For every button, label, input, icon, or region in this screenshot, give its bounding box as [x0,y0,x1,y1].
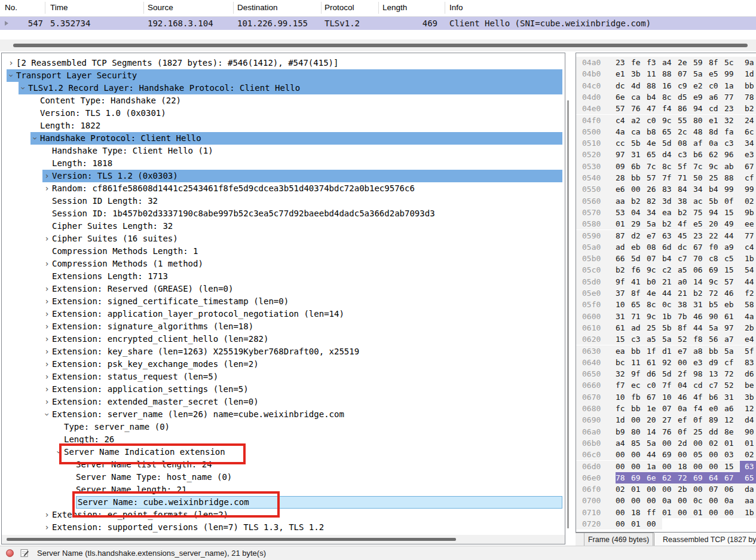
hex-byte[interactable]: 9c [662,115,678,126]
hex-byte[interactable]: 2d [678,437,693,449]
hex-byte[interactable]: ad [616,241,631,253]
column-separator[interactable] [445,2,445,14]
hex-byte[interactable]: 57 [616,103,631,114]
hex-byte[interactable]: 06 [724,484,740,495]
hex-byte[interactable]: 00 [647,495,662,506]
hex-byte[interactable]: 72 [678,472,693,484]
hex-byte[interactable]: e9 [693,91,709,103]
hex-byte[interactable]: 41 [631,276,647,287]
hex-byte[interactable]: 00 [693,461,709,472]
hex-byte[interactable]: 72 [724,368,740,380]
hex-byte[interactable]: 21 [662,276,678,287]
hex-byte[interactable]: c0 [647,115,662,126]
hex-byte[interactable]: 1b [662,311,678,322]
hex-byte[interactable]: a7 [724,333,740,345]
hex-byte[interactable]: bc [616,357,631,368]
hex-byte[interactable]: 07 [678,68,693,79]
expert-info-icon[interactable] [6,549,14,557]
expand-icon[interactable]: › [42,182,51,195]
hex-byte[interactable]: 00 [616,461,631,472]
hex-byte[interactable]: 02 [616,484,631,495]
tree-row[interactable]: ›Extension: supported_versions (len=7) T… [42,521,562,534]
hex-byte[interactable]: 69 [693,472,709,484]
hex-byte[interactable]: 13 [709,368,724,380]
hex-byte[interactable]: 46 [724,287,740,299]
column-header-source[interactable]: Source [148,3,173,12]
hex-byte[interactable]: 8c [662,91,678,103]
tree-row[interactable]: ›Server Name Indication extension [54,446,562,458]
hex-byte[interactable]: 67 [647,391,662,403]
hex-byte[interactable]: 9f [631,368,647,380]
expand-icon[interactable]: › [7,57,16,69]
hex-byte[interactable]: e3 [745,149,756,160]
expand-icon[interactable]: › [42,333,51,345]
hex-byte[interactable]: 90 [709,311,724,322]
hex-byte[interactable]: 06 [693,264,709,276]
hex-byte[interactable]: 88 [647,80,662,91]
hex-byte[interactable]: 67 [745,161,756,172]
hex-byte[interactable]: 00 [724,507,740,518]
hex-byte[interactable]: e5 [693,218,709,229]
hex-byte[interactable]: 99 [724,68,740,79]
hex-byte[interactable]: 99 [724,183,740,195]
hex-byte[interactable]: f6 [631,264,647,276]
hex-byte[interactable]: 9c [709,276,724,287]
hex-byte[interactable]: 49 [724,218,740,229]
hex-byte[interactable]: d1 [662,345,678,357]
hex-byte[interactable]: eb [631,241,647,253]
hex-byte[interactable]: 96 [724,149,740,160]
expand-icon[interactable]: › [42,295,51,308]
hex-byte[interactable]: 62 [709,149,724,160]
tree-row[interactable]: Server Name list length: 24 [66,458,562,471]
tree-row[interactable]: Session ID: 1b457b02d3337190c8abe997b52c… [42,207,562,220]
hex-byte[interactable]: 61 [616,322,631,333]
hex-byte[interactable]: 76 [631,103,647,114]
hex-byte[interactable]: c3 [678,149,693,160]
hex-byte[interactable]: 18 [631,507,647,518]
hex-byte[interactable]: 70 [693,253,709,264]
hex-byte[interactable]: 01 [616,218,631,229]
hex-byte[interactable]: 59 [693,57,709,68]
column-separator[interactable] [143,2,144,14]
hex-byte[interactable]: 5b [709,195,724,207]
hex-byte[interactable]: c0 [709,80,724,91]
hex-byte[interactable]: 7c [693,161,709,172]
hex-byte[interactable]: 15 [616,333,631,345]
hex-byte[interactable]: b2 [662,218,678,229]
hex-byte[interactable]: 00 [709,507,724,518]
hex-byte[interactable]: 15 [724,461,740,472]
hex-byte[interactable]: 48 [693,126,709,137]
hex-byte[interactable]: fe [631,57,647,68]
hex-byte[interactable]: 34 [647,207,662,218]
hex-byte[interactable]: aa [616,195,631,207]
hex-byte[interactable]: 84 [678,183,693,195]
hex-byte[interactable]: 04 [678,380,693,391]
hex-byte[interactable]: d6 [745,368,756,380]
hex-byte[interactable]: 44 [724,230,740,241]
hex-byte[interactable]: 77 [745,230,756,241]
hex-byte[interactable]: c7 [678,253,693,264]
hex-byte[interactable]: 4d [631,80,647,91]
hex-byte[interactable]: cc [616,137,631,149]
hex-byte[interactable]: 4e [647,137,662,149]
hex-byte[interactable]: 00 [709,495,724,506]
hex-byte[interactable]: 00 [662,484,678,495]
hex-byte[interactable]: 98 [693,368,709,380]
details-vscrollbar[interactable] [567,100,569,528]
hex-byte[interactable]: 1a [724,80,740,91]
hex-byte[interactable]: 92 [662,357,678,368]
hex-byte[interactable]: 94 [693,103,709,114]
expand-icon[interactable]: › [42,396,51,408]
hex-byte[interactable]: 01 [745,437,756,449]
hex-byte[interactable]: 22 [709,230,724,241]
hex-byte[interactable]: 5a [647,218,662,229]
hex-byte[interactable]: 4a [616,126,631,137]
hex-byte[interactable]: bb [631,345,647,357]
hex-byte[interactable]: 88 [662,68,678,79]
hex-byte[interactable]: 83 [745,357,756,368]
hex-byte[interactable]: 3b [631,68,647,79]
hex-byte[interactable]: a6 [724,403,740,414]
collapse-icon[interactable]: › [17,84,29,93]
hex-byte[interactable]: 8f [678,322,693,333]
tree-row[interactable]: ›Extension: application_layer_protocol_n… [42,308,562,320]
